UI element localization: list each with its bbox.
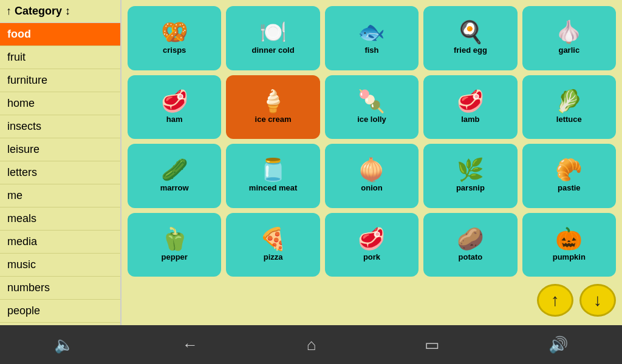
food-item-lamb[interactable]: 🥩lamb [423,75,517,140]
food-item-lettuce[interactable]: 🥬lettuce [522,75,616,140]
food-item-ice-lolly[interactable]: 🍡ice lolly [325,75,419,140]
food-item-onion[interactable]: 🧅onion [325,144,419,208]
sidebar-item-furniture[interactable]: furniture [0,69,120,92]
sidebar-item-letters[interactable]: letters [0,161,120,184]
food-item-pork[interactable]: 🥩pork [325,213,419,277]
parsnip-icon: 🌿 [457,159,484,181]
sidebar-item-numbers[interactable]: numbers [0,277,120,300]
food-item-pepper[interactable]: 🫑pepper [128,213,221,277]
parsnip-label: parsnip [456,183,485,192]
food-grid: 🥨crisps🍽️dinner cold🐟fish🍳fried egg🧄garl… [128,6,616,277]
garlic-label: garlic [558,46,579,55]
scroll-down-button[interactable]: ↓ [579,284,616,317]
fish-label: fish [364,46,378,55]
sidebar-item-media[interactable]: media [0,231,120,254]
scroll-up-button[interactable]: ↑ [537,284,573,317]
pastie-label: pastie [558,183,581,192]
crisps-label: crisps [163,46,186,55]
back-icon[interactable]: ← [182,335,198,354]
food-item-ham[interactable]: 🥩ham [128,75,221,140]
fried-egg-label: fried egg [454,46,487,55]
sidebar-item-leisure[interactable]: leisure [0,138,120,161]
marrow-label: marrow [160,183,189,192]
sidebar-item-music[interactable]: music [0,254,120,277]
sidebar-item-food[interactable]: food [0,23,120,46]
volume-low-icon[interactable]: 🔈 [54,335,73,354]
lamb-icon: 🥩 [457,90,484,112]
garlic-icon: 🧄 [555,21,583,43]
food-item-parsnip[interactable]: 🌿parsnip [423,144,517,208]
onion-icon: 🧅 [358,159,385,181]
food-item-fried-egg[interactable]: 🍳fried egg [423,6,517,70]
bottom-bar: 🔈 ← ⌂ ▭ 🔊 [0,325,622,364]
pork-icon: 🥩 [358,228,385,250]
pumpkin-icon: 🎃 [555,228,583,250]
lettuce-icon: 🥬 [555,90,583,112]
recent-apps-icon[interactable]: ▭ [425,335,440,354]
food-item-dinner-cold[interactable]: 🍽️dinner cold [226,6,320,70]
pork-label: pork [363,252,380,261]
minced-meat-label: minced meat [249,183,297,192]
sidebar-item-photos[interactable]: photos [0,323,120,325]
ice-cream-icon: 🍦 [259,90,287,112]
pizza-icon: 🍕 [259,228,287,250]
ham-label: ham [166,115,183,124]
sidebar-item-insects[interactable]: insects [0,115,120,138]
sidebar: ↑ Category ↕ foodfruitfurniturehomeinsec… [0,0,121,325]
sidebar-header: ↑ Category ↕ [0,0,120,23]
lamb-label: lamb [461,115,479,124]
minced-meat-icon: 🫙 [259,159,287,181]
ice-lolly-icon: 🍡 [358,90,385,112]
pepper-icon: 🫑 [161,228,188,250]
pizza-label: pizza [264,252,283,261]
ham-icon: 🥩 [161,90,188,112]
food-item-potato[interactable]: 🥔potato [423,213,517,277]
food-item-marrow[interactable]: 🥒marrow [128,144,221,208]
sidebar-item-home[interactable]: home [0,92,120,115]
pepper-label: pepper [162,252,188,261]
sidebar-items: foodfruitfurniturehomeinsectsleisurelett… [0,23,120,325]
ice-lolly-label: ice lolly [357,115,386,124]
food-item-minced-meat[interactable]: 🫙minced meat [226,144,320,208]
food-item-pumpkin[interactable]: 🎃pumpkin [522,213,616,277]
pastie-icon: 🥐 [555,159,583,181]
sort-up-icon: ↑ [6,5,12,17]
potato-icon: 🥔 [457,228,484,250]
dinner-cold-label: dinner cold [252,46,295,55]
potato-label: potato [459,252,483,261]
onion-label: onion [361,183,382,192]
sidebar-item-fruit[interactable]: fruit [0,46,120,69]
food-item-fish[interactable]: 🐟fish [325,6,419,70]
content-area: 🥨crisps🍽️dinner cold🐟fish🍳fried egg🧄garl… [121,0,622,325]
volume-high-icon[interactable]: 🔊 [549,335,568,354]
sidebar-item-people[interactable]: people [0,300,120,323]
sidebar-item-me[interactable]: me [0,184,120,207]
ice-cream-label: ice cream [255,115,292,124]
pumpkin-label: pumpkin [553,252,586,261]
marrow-icon: 🥒 [161,159,188,181]
food-item-ice-cream[interactable]: 🍦ice cream [226,75,320,140]
lettuce-label: lettuce [556,115,582,124]
nav-buttons: ↑ ↓ [128,281,616,319]
home-icon[interactable]: ⌂ [307,335,316,354]
dinner-cold-icon: 🍽️ [259,21,287,43]
food-item-garlic[interactable]: 🧄garlic [522,6,616,70]
food-item-pastie[interactable]: 🥐pastie [522,144,616,208]
fried-egg-icon: 🍳 [457,21,484,43]
food-item-pizza[interactable]: 🍕pizza [226,213,320,277]
sidebar-title: Category ↕ [15,5,70,17]
sidebar-item-meals[interactable]: meals [0,207,120,231]
crisps-icon: 🥨 [161,21,188,43]
food-item-crisps[interactable]: 🥨crisps [128,6,221,70]
fish-icon: 🐟 [358,21,385,43]
